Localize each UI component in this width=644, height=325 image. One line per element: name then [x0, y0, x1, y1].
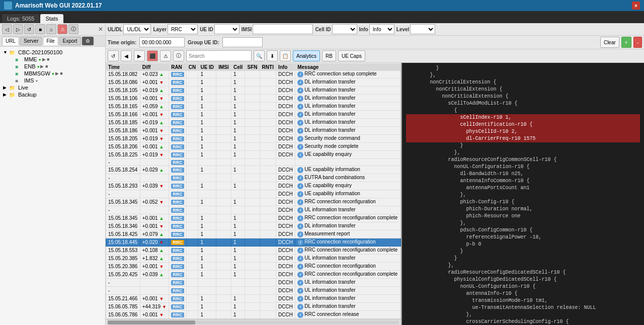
- table-row[interactable]: 15.05.18.345 +0.001 ▲ RRC 1 1 DCCH iRRC …: [106, 214, 401, 222]
- clear-button[interactable]: Clear: [600, 37, 619, 48]
- scroll-track[interactable]: [108, 320, 399, 324]
- nav-stop-button[interactable]: ■: [35, 24, 45, 34]
- col-ran[interactable]: RAN: [169, 63, 187, 71]
- col-ueid[interactable]: UE ID: [198, 63, 216, 71]
- cell-diff: +0.029 ▲: [140, 166, 169, 174]
- warning-icon[interactable]: ⚠: [160, 50, 171, 61]
- col-time[interactable]: Time: [106, 63, 140, 71]
- table-row[interactable]: 15.05.20.425 +0.039 ▲ RRC 1 1 DCCH iRRC …: [106, 271, 401, 279]
- table-row[interactable]: 15.05.18.293 +0.039 ▼ RRC 1 1 DCCH iUE c…: [106, 182, 401, 190]
- tree-panel[interactable]: ▼ 📁 CBC-2021050100 ■ MME ● ▶ ■ ■ ENB ● ▶…: [0, 47, 105, 325]
- prev-icon[interactable]: ◀: [121, 50, 132, 61]
- table-row[interactable]: 15.05.18.105 +0.019 ▲ RRC 1 1 DCCH iUL i…: [106, 87, 401, 95]
- table-row[interactable]: 15.05.18.165 +0.059 ▲ RRC 1 1 DCCH iUL i…: [106, 103, 401, 111]
- rrc-badge: RRC: [171, 216, 184, 221]
- tree-item-cbc[interactable]: ▼ 📁 CBC-2021050100: [2, 49, 103, 56]
- tree-item-backup[interactable]: ▶ 📁 Backup: [2, 91, 103, 98]
- close-button[interactable]: ×: [632, 2, 640, 10]
- table-row[interactable]: - RRC: [106, 159, 401, 166]
- table-row[interactable]: 15.06.05.785 +44.319 ▼ RRC 1 1 DCCH iDL …: [106, 303, 401, 311]
- nav-refresh-button[interactable]: ↺: [24, 24, 34, 34]
- tree-item-live[interactable]: ▶ 📁 Live: [2, 84, 103, 91]
- cell-message: iRRC connection reconfiguration: [295, 238, 400, 247]
- imsi-input[interactable]: [253, 24, 313, 34]
- col-diff[interactable]: Diff: [140, 63, 169, 71]
- col-rnti[interactable]: RNTI: [260, 63, 276, 71]
- table-row[interactable]: 15.05.18.205 +0.019 ▼ RRC 1 1 DCCH iSecu…: [106, 135, 401, 143]
- analytics-button[interactable]: Analytics: [293, 50, 320, 61]
- table-row[interactable]: - RRC DCCH iEUTRA band combinations: [106, 174, 401, 182]
- cellid-select[interactable]: [332, 24, 357, 34]
- layer-select[interactable]: RRC S1AP NAS: [168, 24, 198, 34]
- table-row[interactable]: 15.05.18.225 +0.019 ▼ RRC 1 1 DCCH iUE c…: [106, 151, 401, 159]
- nav-warning-button[interactable]: ⚠: [57, 24, 67, 34]
- stop-icon[interactable]: ⬛: [147, 50, 158, 61]
- table-row[interactable]: 15.05.18.086 +0.001 ▼ RRC 1 1 DCCH iDL i…: [106, 78, 401, 87]
- table-row[interactable]: 15.05.20.386 +0.001 ▼ RRC 1 1 DCCH iRRC …: [106, 263, 401, 271]
- uldl-select[interactable]: UL/DL UL DL: [123, 24, 151, 34]
- tab-logs[interactable]: Logs: 5055: [2, 14, 39, 23]
- time-origin-input[interactable]: [139, 37, 185, 47]
- table-row[interactable]: - RRC DCCH iUL information transfer: [106, 206, 401, 214]
- table-row[interactable]: 15.05.18.254 +0.029 ▲ RRC 1 1 DCCH iUE c…: [106, 166, 401, 174]
- table-row[interactable]: 15.05.18.346 +0.001 ▼ RRC 1 1 DCCH iDL i…: [106, 222, 401, 230]
- table-row[interactable]: 15.05.18.186 +0.001 ▼ RRC 1 1 DCCH iDL i…: [106, 127, 401, 135]
- table-row[interactable]: 15.05.18.553 +0.108 ▲ RRC 1 1 DCCH iRRC …: [106, 247, 401, 255]
- col-cn[interactable]: CN: [186, 63, 198, 71]
- remove-button[interactable]: -: [633, 37, 642, 48]
- table-row[interactable]: 15.05.20.385 +1.832 ▲ RRC 1 1 DCCH iUL i…: [106, 255, 401, 263]
- table-row[interactable]: 15:05:18.445 +0.020 ▼ RRC 1 1 DCCH iRRC …: [106, 238, 401, 247]
- tree-item-mme[interactable]: ■ MME ● ▶ ■: [8, 56, 103, 63]
- left-tab-settings[interactable]: ⚙: [82, 37, 94, 45]
- tree-item-ims[interactable]: ■ IMS ●: [8, 77, 103, 84]
- next-icon[interactable]: ▶: [134, 50, 145, 61]
- tree-item-mbmsgw[interactable]: ■ MBMSGW ● ▶ ■: [8, 70, 103, 77]
- col-message[interactable]: Message: [295, 63, 400, 71]
- left-tab-file[interactable]: File: [43, 37, 58, 45]
- bottom-scroll[interactable]: [106, 319, 401, 325]
- copy-icon[interactable]: 📋: [280, 50, 291, 61]
- add-button[interactable]: +: [621, 37, 631, 48]
- group-ueid-input[interactable]: [222, 37, 263, 47]
- table-row[interactable]: - RRC DCCH iUL information transfer: [106, 279, 401, 287]
- tab-stats[interactable]: Stats: [40, 14, 63, 23]
- search-table-icon[interactable]: 🔍: [254, 50, 265, 61]
- search-input[interactable]: [186, 50, 252, 61]
- info-select[interactable]: Info: [369, 24, 394, 34]
- level-select[interactable]: [410, 24, 435, 34]
- left-tab-server[interactable]: Server: [20, 37, 42, 45]
- table-row[interactable]: - RRC DCCH iUL information transfer: [106, 287, 401, 295]
- code-panel[interactable]: } }, nonCriticalExtension { nonCriticalE…: [402, 63, 645, 325]
- table-row[interactable]: 15.05.18.206 +0.001 ▲ RRC 1 1 DCCH iSecu…: [106, 143, 401, 151]
- panel-close-button[interactable]: ✕: [98, 26, 103, 33]
- col-info[interactable]: Info: [276, 63, 295, 71]
- tree-item-enb[interactable]: ■ ENB ● ▶ ■: [8, 63, 103, 70]
- col-imsi[interactable]: IMSI: [216, 63, 231, 71]
- table-row[interactable]: - RRC DCCH iUE capability information: [106, 190, 401, 198]
- message-text: RRC connection reconfiguration complete: [304, 271, 397, 277]
- table-row[interactable]: 15.05.18.106 +0.001 ▼ RRC 1 1 DCCH iDL i…: [106, 95, 401, 103]
- table-row[interactable]: 15.05.18.345 +0.052 ▼ RRC 1 1 DCCH iRRC …: [106, 198, 401, 206]
- col-cell[interactable]: Cell: [231, 63, 245, 71]
- data-table-wrapper[interactable]: Time Diff RAN CN UE ID IMSI Cell SFN RNT…: [106, 63, 401, 319]
- table-row[interactable]: 15.05.18.425 +0.079 ▲ RRC 1 1 DCCH iMeas…: [106, 230, 401, 238]
- info-action-icon[interactable]: ⓘ: [173, 50, 184, 61]
- nav-home-button[interactable]: ⌂: [46, 24, 56, 34]
- table-row[interactable]: 15.05.18.082 +0.023 ▲ RRC 1 1 DCCH iRRC …: [106, 70, 401, 78]
- refresh-icon[interactable]: ↺: [108, 50, 119, 61]
- scroll-thumb[interactable]: [108, 320, 195, 324]
- table-row[interactable]: 15.06.05.786 +0.001 ▼ RRC 1 1 DCCH iRRC …: [106, 311, 401, 319]
- left-tab-export[interactable]: Export: [59, 37, 81, 45]
- left-tab-url[interactable]: URL: [2, 37, 19, 45]
- export-icon[interactable]: ⬇: [267, 50, 278, 61]
- rb-button[interactable]: RB: [322, 50, 336, 61]
- col-sfn[interactable]: SFN: [245, 63, 260, 71]
- ue-caps-button[interactable]: UE Caps: [338, 50, 365, 61]
- ueid-select[interactable]: [214, 24, 239, 34]
- nav-back-button[interactable]: ◁: [2, 24, 12, 34]
- nav-forward-button[interactable]: ▷: [13, 24, 23, 34]
- table-row[interactable]: 15.05.18.185 +0.019 ▲ RRC 1 1 DCCH iUL i…: [106, 119, 401, 127]
- table-row[interactable]: 15.05.18.166 +0.001 ▼ RRC 1 1 DCCH iDL i…: [106, 111, 401, 119]
- table-row[interactable]: 15.05.21.466 +0.001 ▼ RRC 1 1 DCCH iDL i…: [106, 295, 401, 303]
- nav-info-button[interactable]: ⓘ: [68, 24, 78, 34]
